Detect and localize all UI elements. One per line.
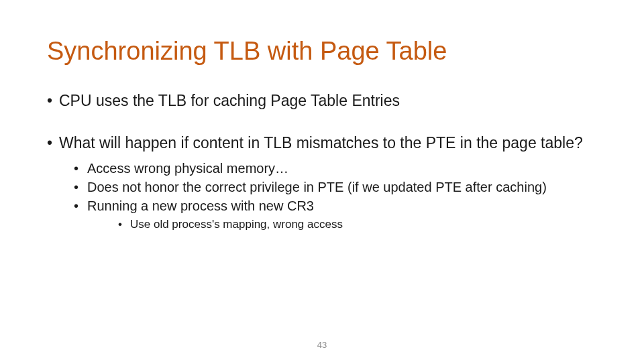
bullet-text: CPU uses the TLB for caching Page Table … — [59, 92, 400, 109]
list-item: Access wrong physical memory… — [59, 160, 597, 177]
page-number: 43 — [0, 340, 644, 350]
bullet-list-level3: Use old process's mapping, wrong access — [87, 217, 597, 232]
bullet-text: What will happen if content in TLB misma… — [59, 134, 583, 152]
list-item: Use old process's mapping, wrong access — [87, 217, 597, 232]
list-item: What will happen if content in TLB misma… — [47, 133, 597, 232]
bullet-list-level1: CPU uses the TLB for caching Page Table … — [47, 91, 597, 232]
slide: Synchronizing TLB with Page Table CPU us… — [0, 0, 644, 362]
slide-title: Synchronizing TLB with Page Table — [47, 37, 597, 66]
bullet-list-level2: Access wrong physical memory… Does not h… — [59, 160, 597, 232]
list-item: Running a new process with new CR3 Use o… — [59, 197, 597, 232]
bullet-text: Access wrong physical memory… — [87, 161, 288, 176]
bullet-text: Running a new process with new CR3 — [87, 198, 314, 213]
list-item: Does not honor the correct privilege in … — [59, 178, 597, 196]
bullet-text: Use old process's mapping, wrong access — [130, 218, 343, 231]
list-item: CPU uses the TLB for caching Page Table … — [47, 91, 597, 111]
bullet-text: Does not honor the correct privilege in … — [87, 180, 547, 194]
